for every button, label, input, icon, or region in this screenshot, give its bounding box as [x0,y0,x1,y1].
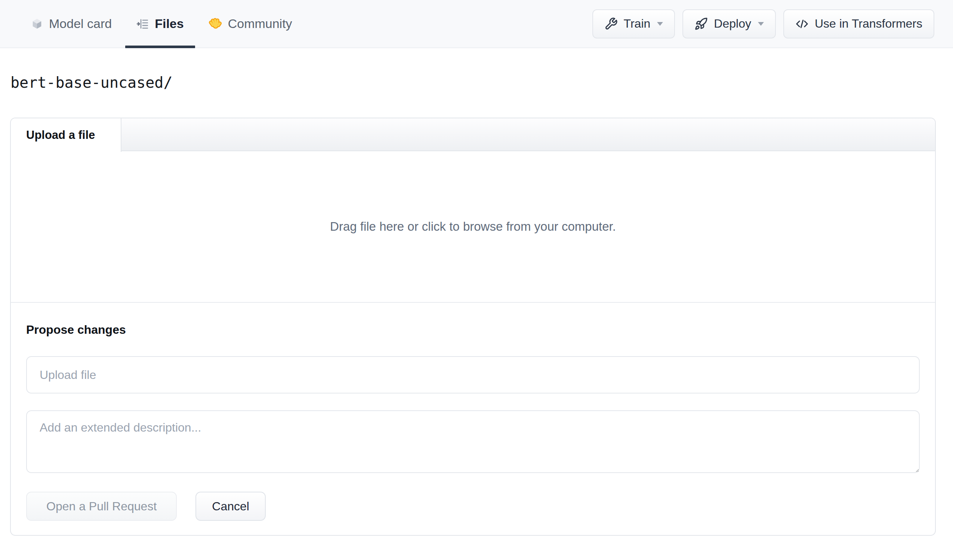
code-icon [795,17,809,31]
wrench-icon [604,17,618,31]
extended-description-textarea[interactable] [26,410,920,473]
dropzone-text: Drag file here or click to browse from y… [330,220,616,234]
train-button[interactable]: Train [592,9,675,39]
rocket-icon [694,17,708,31]
upload-card: Upload a file Drag file here or click to… [10,118,936,536]
button-label: Train [624,17,651,31]
deploy-button[interactable]: Deploy [683,9,776,39]
tab-label: Model card [49,16,112,31]
upload-card-tabbar: Upload a file [11,118,935,151]
repo-header: Model card Files [0,0,953,48]
tab-community[interactable]: Community [197,0,303,47]
repo-action-buttons: Train Deploy [592,0,934,47]
cube-icon [31,17,43,30]
tab-files[interactable]: Files [125,0,195,47]
tab-model-card[interactable]: Model card [19,0,123,47]
propose-changes-section: Propose changes Open a Pull Request Canc… [11,303,935,535]
breadcrumb[interactable]: bert-base-uncased/ [11,75,172,90]
upload-a-file-tab[interactable]: Upload a file [11,118,121,152]
cancel-button[interactable]: Cancel [196,492,266,521]
open-pull-request-button[interactable]: Open a Pull Request [26,492,177,521]
waving-hand-icon [208,17,222,31]
use-in-transformers-button[interactable]: Use in Transformers [783,9,934,39]
file-dropzone[interactable]: Drag file here or click to browse from y… [11,151,935,303]
tab-label: Files [155,16,183,31]
upload-file-input[interactable] [26,356,920,393]
chevron-down-icon [758,22,764,26]
repo-nav-tabs: Model card Files [19,0,306,47]
propose-changes-heading: Propose changes [26,323,920,337]
files-icon [137,17,149,30]
button-label: Deploy [714,17,751,31]
button-label: Use in Transformers [815,17,922,31]
tab-label: Community [228,16,292,31]
chevron-down-icon [657,22,663,26]
propose-actions-row: Open a Pull Request Cancel [26,492,920,521]
